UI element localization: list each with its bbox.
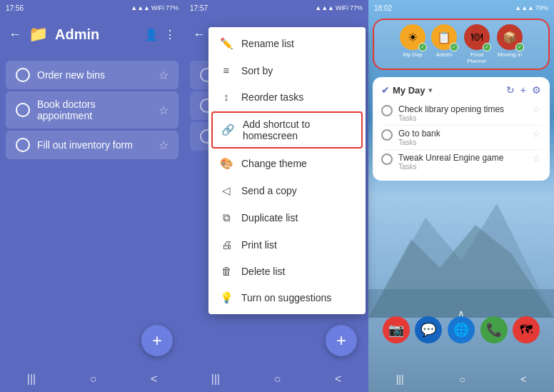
task-text-3: Fill out inventory form	[37, 139, 151, 151]
widget-task-name-1: Check library opening times	[398, 104, 527, 114]
suggestions-label: Turn on suggestions	[241, 292, 331, 303]
menu-suggestions[interactable]: 💡 Turn on suggestions	[208, 284, 366, 311]
nav-menu-1[interactable]: |||	[27, 373, 36, 386]
fab-icon-2: +	[336, 332, 346, 349]
fab-2[interactable]: +	[326, 325, 357, 356]
task-text-1: Order new bins	[37, 69, 151, 81]
moving-badge: ✓	[515, 43, 524, 51]
widget-task-star-2[interactable]: ☆	[533, 129, 541, 139]
more-icon-1[interactable]: ⋮	[164, 28, 176, 41]
panel-3: 18:02 ▲▲▲ 79% ☀ ✓ My Day 📋 ✓ Admin	[368, 0, 554, 392]
task-checkbox-3[interactable]	[16, 138, 30, 152]
food-label: Food Planner	[463, 51, 491, 64]
dock-browser[interactable]: 🌐	[448, 316, 475, 343]
app-icon-moving[interactable]: 📦 ✓	[497, 24, 523, 50]
dock-camera[interactable]: 📷	[383, 316, 410, 343]
delete-icon: 🗑	[220, 265, 233, 277]
widget-task-checkbox-3[interactable]	[381, 154, 393, 165]
dock-messages[interactable]: 💬	[415, 316, 442, 343]
widget-task-content-1: Check library opening times Tasks	[398, 104, 527, 122]
status-icons-1: ▲▲▲ WiFi 77%	[131, 4, 178, 11]
widget-task-3[interactable]: Tweak Unreal Engine game Tasks ☆	[381, 150, 541, 174]
print-icon: 🖨	[220, 238, 233, 251]
nav-menu-3[interactable]: |||	[396, 373, 404, 385]
myday-label: My Day	[403, 51, 422, 58]
task-star-3[interactable]: ☆	[158, 139, 168, 152]
widget-chevron[interactable]: ▾	[428, 86, 433, 95]
wifi-icon-2: WiFi	[336, 4, 348, 11]
menu-theme[interactable]: 🎨 Change theme	[208, 150, 366, 177]
app-icon-moving-container: 📦 ✓ Moving in	[497, 24, 523, 64]
menu-shortcut[interactable]: 🔗 Add shortcut to homescreen	[211, 111, 363, 149]
widget-task-checkbox-1[interactable]	[381, 105, 393, 116]
widget-task-content-2: Go to bank Tasks	[398, 129, 527, 146]
widget-task-star-1[interactable]: ☆	[533, 104, 541, 115]
widget-add-icon[interactable]: +	[520, 84, 526, 96]
widget-title: My Day	[393, 85, 425, 96]
back-button-2[interactable]: ←	[193, 27, 206, 42]
widget-title-row: ✔ My Day ▾	[381, 84, 433, 96]
back-button-1[interactable]: ←	[9, 27, 21, 42]
suggestions-icon: 💡	[220, 291, 233, 304]
widget-task-name-3: Tweak Unreal Engine game	[398, 153, 527, 163]
menu-sort[interactable]: ≡ Sort by	[208, 57, 366, 84]
widget-refresh-icon[interactable]: ↻	[506, 84, 515, 96]
menu-rename[interactable]: ✏️ Rename list	[208, 30, 366, 57]
time-1: 17:56	[6, 4, 24, 12]
status-icons-3: ▲▲▲ 79%	[515, 4, 548, 11]
task-list-1: Order new bins ☆ Book doctors appointmen…	[0, 53, 184, 366]
rename-label: Rename list	[241, 38, 294, 49]
task-checkbox-2[interactable]	[16, 103, 30, 117]
task-item-3[interactable]: Fill out inventory form ☆	[6, 131, 178, 159]
nav-back-2[interactable]: <	[335, 373, 341, 386]
dock-phone[interactable]: 📞	[480, 316, 508, 343]
menu-reorder[interactable]: ↕ Reorder tasks	[208, 84, 366, 110]
moving-emoji: 📦	[503, 31, 517, 44]
nav-back-3[interactable]: <	[520, 373, 526, 385]
task-item-2[interactable]: Book doctors appointment ☆	[6, 91, 178, 129]
shortcut-icon: 🔗	[221, 124, 234, 136]
battery-icon: 77%	[166, 4, 178, 11]
fab-1[interactable]: +	[141, 325, 173, 356]
task-star-2[interactable]: ☆	[158, 104, 168, 117]
menu-send-copy[interactable]: ◁ Send a copy	[208, 177, 366, 204]
browser-emoji: 🌐	[453, 322, 469, 338]
send-copy-label: Send a copy	[241, 185, 297, 196]
status-icons-2: ▲▲▲ WiFi 77%	[315, 4, 363, 11]
menu-print[interactable]: 🖨 Print list	[208, 231, 366, 258]
home-dock: 📷 💬 🌐 📞 🗺	[368, 311, 554, 349]
widget-task-1[interactable]: Check library opening times Tasks ☆	[381, 101, 541, 126]
task-item-1[interactable]: Order new bins ☆	[6, 61, 178, 89]
share-icon-1[interactable]: 👤	[144, 28, 158, 41]
app-icon-admin-container: 📋 ✓ Admin	[431, 24, 457, 64]
task-checkbox-1[interactable]	[16, 68, 30, 82]
delete-label: Delete list	[241, 266, 285, 277]
myday-badge: ✓	[418, 43, 427, 51]
dock-maps[interactable]: 🗺	[513, 316, 540, 343]
nav-back-1[interactable]: <	[151, 373, 157, 386]
task-star-1[interactable]: ☆	[158, 69, 168, 82]
battery-icon-2: 77%	[350, 4, 363, 11]
widget-task-checkbox-2[interactable]	[381, 129, 393, 141]
admin-label: Admin	[436, 51, 453, 58]
menu-delete[interactable]: 🗑 Delete list	[208, 258, 366, 284]
header-actions-1: 👤 ⋮	[144, 28, 176, 41]
nav-home-1[interactable]: ○	[90, 373, 97, 386]
app-icon-food[interactable]: 🍽 ✓	[464, 24, 490, 50]
widget-check-icon: ✔	[381, 84, 390, 96]
app-icon-admin[interactable]: 📋 ✓	[431, 24, 457, 50]
nav-menu-2[interactable]: |||	[211, 373, 220, 386]
nav-home-2[interactable]: ○	[274, 373, 281, 386]
menu-duplicate[interactable]: ⧉ Duplicate list	[208, 204, 366, 231]
widget-settings-icon[interactable]: ⚙	[532, 84, 541, 96]
app-icon-myday[interactable]: ☀ ✓	[400, 24, 425, 50]
widget-task-2[interactable]: Go to bank Tasks ☆	[381, 126, 541, 150]
panel-2: 17:57 ▲▲▲ WiFi 77% ← 📁 Ad... Order... Bo…	[184, 0, 368, 392]
phone-emoji: 📞	[486, 322, 502, 338]
food-badge: ✓	[483, 43, 491, 51]
widget-task-sub-3: Tasks	[398, 163, 527, 171]
status-bar-1: 17:56 ▲▲▲ WiFi 77%	[0, 0, 184, 16]
signal-icon-2: ▲▲▲	[315, 4, 334, 11]
widget-task-star-3[interactable]: ☆	[533, 153, 541, 164]
nav-home-3[interactable]: ○	[459, 373, 465, 385]
